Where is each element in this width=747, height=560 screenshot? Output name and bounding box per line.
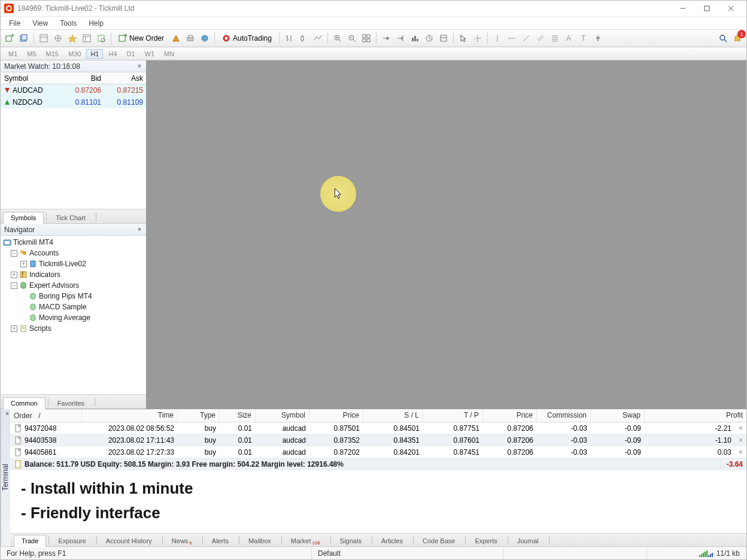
profiles-icon[interactable] xyxy=(17,32,31,45)
maximize-button[interactable] xyxy=(695,1,719,16)
order-row[interactable]: 943720482023.08.02 08:56:52buy0.01audcad… xyxy=(10,422,746,434)
col-symbol[interactable]: Symbol xyxy=(1,74,63,83)
terminal-side-label[interactable]: Terminal × xyxy=(1,409,10,546)
tree-indicators[interactable]: +fIndicators xyxy=(3,269,144,280)
timeframe-m1[interactable]: M1 xyxy=(4,49,22,59)
timeframe-m30[interactable]: M30 xyxy=(64,49,85,59)
col-price2[interactable]: Price xyxy=(483,409,537,422)
col-bid[interactable]: Bid xyxy=(63,74,105,83)
col-type[interactable]: Type xyxy=(178,409,220,422)
terminal-tab-account-history[interactable]: Account History xyxy=(98,535,160,546)
crosshair-icon[interactable] xyxy=(471,32,484,45)
chart-shift-icon[interactable] xyxy=(394,32,407,45)
expand-icon[interactable]: + xyxy=(11,272,17,278)
timeframe-h4[interactable]: H4 xyxy=(104,49,121,59)
trendline-icon[interactable] xyxy=(520,32,533,45)
menu-tools[interactable]: Tools xyxy=(54,18,83,29)
col-size[interactable]: Size xyxy=(220,409,256,422)
market-watch-icon[interactable] xyxy=(37,32,50,45)
col-order[interactable]: Order / xyxy=(10,409,82,422)
text-icon[interactable]: T xyxy=(577,32,590,45)
menu-file[interactable]: File xyxy=(3,18,26,29)
close-order-icon[interactable]: × xyxy=(735,436,746,445)
col-symbol[interactable]: Symbol xyxy=(256,409,309,422)
tile-icon[interactable] xyxy=(360,32,373,45)
expand-icon[interactable]: + xyxy=(11,325,17,332)
terminal-tab-experts[interactable]: Experts xyxy=(467,535,505,546)
data-window-icon[interactable] xyxy=(80,32,93,45)
col-ask[interactable]: Ask xyxy=(105,74,147,83)
tree-account-item[interactable]: +Tickmill-Live02 xyxy=(3,258,144,269)
terminal-tab-news[interactable]: News6 xyxy=(164,535,200,546)
menu-help[interactable]: Help xyxy=(83,18,110,29)
terminal-tab-articles[interactable]: Articles xyxy=(374,535,411,546)
menu-view[interactable]: View xyxy=(26,18,54,29)
terminal-tab-trade[interactable]: Trade xyxy=(14,535,46,547)
close-order-icon[interactable]: × xyxy=(735,424,746,433)
timeframe-d1[interactable]: D1 xyxy=(123,49,139,59)
order-row[interactable]: 944035382023.08.02 17:11:43buy0.01audcad… xyxy=(10,434,746,446)
col-time[interactable]: Time xyxy=(82,409,178,422)
tree-ea-item[interactable]: Moving Average xyxy=(3,312,144,323)
templates-icon[interactable] xyxy=(437,32,450,45)
col-price[interactable]: Price xyxy=(309,409,363,422)
collapse-icon[interactable]: − xyxy=(11,250,17,257)
autoscroll-icon[interactable] xyxy=(379,32,393,45)
market-watch-row[interactable]: NZDCAD0.811010.81109 xyxy=(1,96,146,108)
print-icon[interactable] xyxy=(184,32,197,45)
globe-icon[interactable] xyxy=(198,32,211,45)
terminal-tab-code-base[interactable]: Code Base xyxy=(415,535,463,546)
autotrading-button[interactable]: AutoTrading xyxy=(218,32,276,45)
new-chart-icon[interactable]: + xyxy=(3,32,16,45)
arrows-icon[interactable] xyxy=(591,32,605,45)
col-swap[interactable]: Swap xyxy=(591,409,645,422)
metaquotes-icon[interactable] xyxy=(169,32,183,45)
col-commission[interactable]: Commission xyxy=(537,409,591,422)
terminal-tab-alerts[interactable]: Alerts xyxy=(204,535,236,546)
line-chart-icon[interactable] xyxy=(311,32,324,45)
terminal-tab-market[interactable]: Market108 xyxy=(283,535,328,546)
close-order-icon[interactable]: × xyxy=(735,448,746,456)
timeframe-h1[interactable]: H1 xyxy=(86,49,103,59)
col-tp[interactable]: T / P xyxy=(423,409,483,422)
tab-favorites[interactable]: Favorites xyxy=(50,397,92,409)
chart-area[interactable] xyxy=(147,60,746,409)
zoom-out-icon[interactable] xyxy=(345,32,359,45)
tree-experts[interactable]: −Expert Advisors xyxy=(3,280,144,291)
timeframe-m15[interactable]: M15 xyxy=(42,49,63,59)
navigator-icon[interactable] xyxy=(51,32,65,45)
market-watch-header[interactable]: Market Watch: 10:16:08 × xyxy=(1,60,146,72)
zoom-in-icon[interactable] xyxy=(331,32,344,45)
navigator-close-icon[interactable]: × xyxy=(135,225,144,233)
market-watch-row[interactable]: AUDCAD0.872060.87215 xyxy=(1,84,146,96)
terminal-close-icon[interactable]: × xyxy=(5,410,9,417)
status-profile[interactable]: Default xyxy=(312,547,503,559)
timeframe-mn[interactable]: MN xyxy=(160,49,178,59)
tree-ea-item[interactable]: Boring Pips MT4 xyxy=(3,291,144,302)
terminal-tab-signals[interactable]: Signals xyxy=(332,535,369,546)
market-watch-close-icon[interactable]: × xyxy=(135,62,144,70)
text-label-icon[interactable]: A xyxy=(563,32,576,45)
terminal-tab-mailbox[interactable]: Mailbox xyxy=(241,535,279,546)
new-order-button[interactable]: + New Order xyxy=(114,32,168,45)
collapse-icon[interactable]: − xyxy=(11,282,17,289)
terminal-tab-exposure[interactable]: Exposure xyxy=(50,535,93,546)
order-row[interactable]: 944058612023.08.02 17:27:33buy0.01audcad… xyxy=(10,446,746,458)
tab-symbols[interactable]: Symbols xyxy=(3,212,44,224)
terminal-icon[interactable] xyxy=(66,32,79,45)
hline-icon[interactable] xyxy=(505,32,518,45)
tree-accounts[interactable]: −Accounts xyxy=(3,248,144,258)
indicators-icon[interactable] xyxy=(408,32,421,45)
strategy-tester-icon[interactable] xyxy=(95,32,108,45)
candlesticks-icon[interactable] xyxy=(297,32,310,45)
timeframe-w1[interactable]: W1 xyxy=(141,49,159,59)
tree-root[interactable]: Tickmill MT4 xyxy=(3,237,144,248)
tree-ea-item[interactable]: MACD Sample xyxy=(3,302,144,312)
minimize-button[interactable] xyxy=(671,1,695,16)
equidistant-icon[interactable] xyxy=(534,32,547,45)
timeframe-m5[interactable]: M5 xyxy=(23,49,40,59)
alerts-bell-icon[interactable]: 1 xyxy=(731,32,744,45)
tab-common[interactable]: Common xyxy=(3,397,45,409)
bars-icon[interactable] xyxy=(283,32,296,45)
expand-icon[interactable]: + xyxy=(20,261,27,267)
